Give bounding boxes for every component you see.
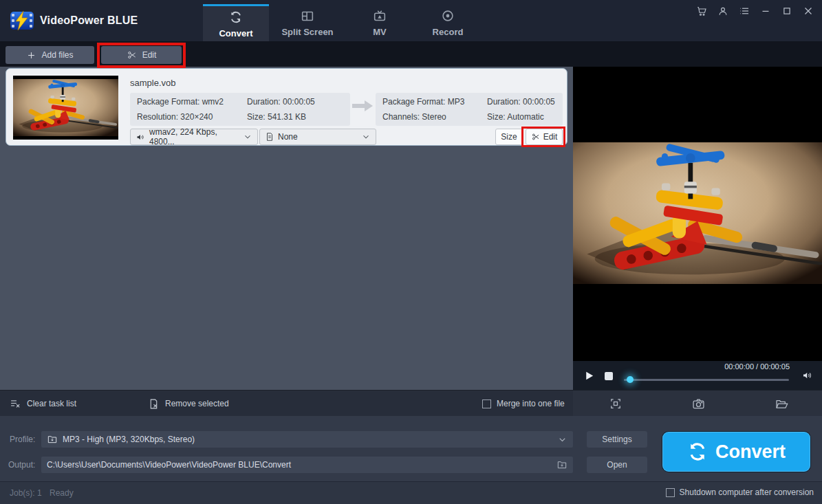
folder-open-icon[interactable] [775,397,789,411]
volume-icon[interactable] [801,369,814,382]
convert-label: Convert [715,441,786,463]
add-files-label: Add files [41,50,73,60]
output-settings-panel: Profile: MP3 - High (MP3, 320Kbps, Stere… [0,416,822,481]
tab-label: Record [433,27,464,37]
record-icon [440,8,455,23]
app-logo-icon [10,10,34,31]
target-size: Size: Automatic [487,112,556,122]
tab-record[interactable]: Record [413,4,482,41]
plus-icon [26,50,36,61]
profile-folder-icon [47,434,58,445]
target-info-box: Package Format: MP3 Duration: 00:00:05 C… [376,93,563,126]
target-duration: Duration: 00:00:05 [487,97,556,107]
chevron-down-icon [361,132,371,142]
audio-track-value: wmav2, 224 Kbps, 4800... [149,127,239,146]
size-button[interactable]: Size [495,129,523,145]
task-actions-bar: Clear task list Remove selected Merge in… [0,390,573,416]
remove-selected-button[interactable]: Remove selected [148,391,229,417]
file-name: sample.vob [130,78,175,88]
merge-label: Merge into one file [497,399,565,408]
profile-label: Profile: [10,435,35,444]
shutdown-after-conversion-option[interactable]: Shutdown computer after conversion [666,487,814,497]
video-thumbnail [13,76,118,140]
annotation-box-edit-item [521,127,565,147]
file-list-panel: sample.vob Package Format: wmv2 Duration… [0,67,573,390]
convert-button[interactable]: Convert [662,432,810,472]
source-resolution: Resolution: 320×240 [137,112,247,122]
clear-task-list-button[interactable]: Clear task list [10,391,76,417]
subtitle-select[interactable]: None [259,129,376,145]
fullscreen-icon[interactable] [609,397,623,410]
status-bar: Job(s): 1 Ready Shutdown computer after … [0,481,822,504]
remove-doc-icon [148,398,160,410]
jobs-count: Job(s): 1 [10,488,42,498]
file-list-item[interactable]: sample.vob Package Format: wmv2 Duration… [6,68,567,146]
settings-button[interactable]: Settings [587,431,647,448]
tab-label: Convert [219,28,252,39]
settings-label: Settings [602,435,631,444]
refresh-icon [687,441,708,462]
shutdown-checkbox[interactable] [666,488,675,497]
seek-slider[interactable] [624,379,789,381]
profile-value: MP3 - High (MP3, 320Kbps, Stereo) [63,435,195,444]
source-size: Size: 541.31 KB [247,112,343,122]
user-icon[interactable] [715,3,731,19]
status-state: Ready [50,488,74,498]
title-bar: VideoPower BLUE Convert Split Screen MV [0,0,822,41]
subtitle-value: None [278,132,298,142]
minimize-icon[interactable] [757,3,774,19]
output-label: Output: [8,460,35,470]
camera-icon[interactable] [691,397,706,411]
remove-selected-label: Remove selected [165,399,229,408]
audio-track-select[interactable]: wmav2, 224 Kbps, 4800... [130,129,258,145]
video-preview[interactable] [573,67,822,361]
tab-label: MV [373,27,387,37]
close-icon[interactable] [800,3,816,19]
playback-time: 00:00:00 / 00:00:05 [724,362,790,371]
play-button[interactable] [583,370,595,382]
chevron-down-icon [557,435,567,445]
convert-tab-icon [228,10,244,25]
cart-icon[interactable] [693,3,710,19]
size-button-label: Size [501,132,517,142]
profile-select[interactable]: MP3 - High (MP3, 320Kbps, Stereo) [41,431,573,448]
maximize-icon[interactable] [779,3,795,19]
stop-button[interactable] [605,372,613,380]
source-package-format: Package Format: wmv2 [137,97,247,107]
menu-icon[interactable] [736,3,753,19]
subtitle-doc-icon [265,132,274,142]
target-package-format: Package Format: MP3 [382,97,487,107]
app-title: VideoPower BLUE [40,14,138,27]
tab-split-screen[interactable]: Split Screen [269,4,346,41]
window-controls [693,3,816,19]
flow-arrow-icon [351,99,374,113]
player-bar: 00:00:00 / 00:00:05 [573,361,822,390]
output-path-field[interactable]: C:\Users\User\Documents\VideoPower\Video… [41,457,573,473]
target-channels: Channels: Stereo [382,112,487,122]
clear-task-list-label: Clear task list [27,399,76,408]
tab-label: Split Screen [281,27,333,37]
shutdown-label: Shutdown computer after conversion [680,487,814,497]
merge-checkbox[interactable] [482,399,491,408]
video-frame [573,142,822,284]
source-info-box: Package Format: wmv2 Duration: 00:00:05 … [130,93,350,126]
speaker-icon [136,132,146,142]
split-screen-icon [300,8,315,23]
tab-convert[interactable]: Convert [203,4,269,41]
output-path-value: C:\Users\User\Documents\VideoPower\Video… [47,460,291,470]
tab-mv[interactable]: MV [346,4,413,41]
source-duration: Duration: 00:00:05 [247,97,343,107]
output-folder-icon[interactable] [556,459,567,470]
preview-tools-bar [573,390,822,416]
open-label: Open [607,460,627,470]
open-button[interactable]: Open [587,457,647,473]
clear-list-icon [10,398,21,410]
chevron-down-icon [243,132,252,142]
add-files-button[interactable]: Add files [6,46,94,64]
merge-into-one-file-option[interactable]: Merge into one file [482,391,565,417]
mv-tv-icon [372,8,387,23]
annotation-box-edit-toolbar [97,43,186,68]
seek-thumb[interactable] [627,376,634,383]
